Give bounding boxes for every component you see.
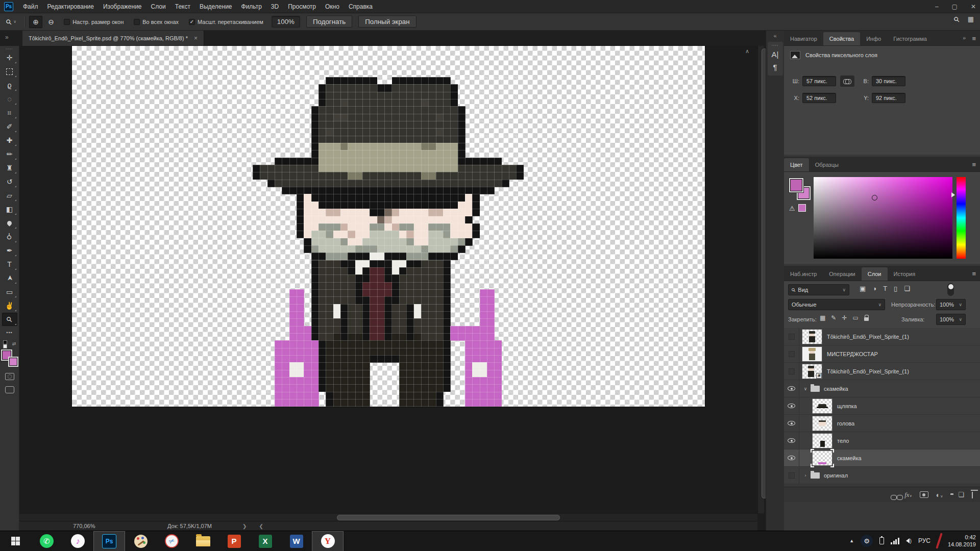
horizontal-scrollbar-thumb[interactable]: [337, 515, 559, 520]
layers-tabs-tab-0[interactable]: Наб.инстр: [784, 267, 823, 281]
layer-thumbnail[interactable]: [802, 347, 822, 361]
tab-overflow-icon[interactable]: »: [5, 34, 8, 41]
adjustment-icon[interactable]: ◐∨: [936, 491, 943, 499]
visibility-empty-well[interactable]: [789, 472, 795, 479]
visibility-cell[interactable]: [784, 397, 799, 415]
gamut-warning-icon[interactable]: ⚠: [789, 205, 795, 212]
y-field[interactable]: 92 пикс.: [872, 93, 905, 103]
option-checkbox-1[interactable]: Во всех окнах: [134, 19, 179, 25]
collapse-chevron-icon[interactable]: ∧: [745, 48, 749, 55]
menu-item-4[interactable]: Текст: [170, 0, 195, 13]
menu-item-2[interactable]: Изображение: [99, 0, 146, 13]
visibility-cell[interactable]: [784, 467, 799, 484]
adjustment-filter-icon[interactable]: ◑: [872, 285, 876, 292]
eye-icon[interactable]: [788, 438, 795, 443]
menu-item-0[interactable]: Файл: [18, 0, 43, 13]
shape-filter-icon[interactable]: ▯: [894, 285, 897, 292]
menu-item-1[interactable]: Редактирование: [43, 0, 99, 13]
opacity-field[interactable]: 100% ∨: [936, 299, 966, 310]
swap-colors-icon[interactable]: ⇄: [12, 341, 16, 346]
paint-bucket-tool[interactable]: ◧: [2, 203, 17, 216]
group-caret-icon[interactable]: ›: [801, 473, 810, 478]
prop-tabs-tab-0[interactable]: Навигатор: [784, 32, 823, 45]
layer-thumbnail[interactable]: [813, 451, 832, 465]
crop-tool[interactable]: ⌗: [2, 106, 17, 119]
pencil-tool[interactable]: ✏: [2, 147, 17, 161]
group-caret-icon[interactable]: ∨: [801, 386, 810, 391]
menu-item-7[interactable]: 3D: [266, 0, 283, 13]
workspace-icon[interactable]: ▦: [968, 15, 974, 23]
menu-item-9[interactable]: Окно: [321, 0, 344, 13]
menu-item-8[interactable]: Просмотр: [283, 0, 321, 13]
layer-thumbnail[interactable]: [813, 399, 832, 413]
visibility-cell[interactable]: [784, 415, 799, 432]
panel-menu-icon[interactable]: ≡: [972, 161, 976, 168]
smart-object-filter-icon[interactable]: ❏: [904, 285, 910, 292]
layers-tabs-tab-3[interactable]: История: [888, 267, 922, 281]
panel-expand-icon[interactable]: »: [963, 35, 966, 41]
height-field[interactable]: 30 пикс.: [872, 76, 905, 86]
collapse-panels-icon[interactable]: «: [766, 31, 784, 39]
taskbar-itunes[interactable]: ♪: [62, 531, 93, 551]
lock-position-icon[interactable]: ✛: [842, 314, 847, 321]
layers-tabs-tab-1[interactable]: Операции: [823, 267, 861, 281]
visibility-cell[interactable]: [784, 345, 799, 363]
lock-transparency-icon[interactable]: ▦: [820, 314, 825, 321]
panel-menu-icon[interactable]: ≡: [972, 35, 976, 42]
close-button[interactable]: ✕: [971, 3, 976, 10]
zoom-tool[interactable]: ⚲: [2, 313, 17, 326]
mask-icon[interactable]: [920, 491, 928, 498]
document-canvas[interactable]: [72, 46, 705, 407]
visibility-empty-well[interactable]: [789, 334, 795, 340]
default-colors-control[interactable]: ⇄: [0, 340, 19, 347]
minimize-button[interactable]: –: [935, 3, 939, 10]
checkbox-icon[interactable]: [134, 19, 140, 25]
marquee-tool[interactable]: [2, 65, 17, 78]
saturation-brightness-field[interactable]: [814, 177, 952, 259]
status-doc-size[interactable]: Док: 57,5K/1,07M: [167, 523, 212, 529]
zoom-out-button[interactable]: ⊖: [44, 16, 58, 28]
status-next-icon[interactable]: ❯: [242, 523, 247, 529]
taskbar-powerpoint[interactable]: P: [218, 531, 250, 551]
eye-icon[interactable]: [788, 421, 795, 425]
link-dimensions-button[interactable]: [840, 76, 854, 87]
layer-row-3[interactable]: ∨скамейка: [784, 380, 980, 397]
option-checkbox-0[interactable]: Настр. размер окон: [64, 19, 124, 25]
options-button-0[interactable]: Подогнать: [306, 16, 352, 28]
checkbox-icon[interactable]: [64, 19, 70, 25]
color-picker-marker[interactable]: [872, 195, 877, 201]
status-zoom-level[interactable]: 770,06%: [73, 523, 129, 529]
pen-tool[interactable]: ✒: [2, 244, 17, 257]
fill-field[interactable]: 100% ∨: [936, 314, 966, 325]
hue-ramp[interactable]: [957, 177, 966, 259]
layer-thumbnail[interactable]: [802, 330, 822, 344]
zoom-in-button[interactable]: ⊕: [29, 16, 42, 28]
hand-tool[interactable]: ✌: [2, 299, 17, 312]
vertical-scrollbar[interactable]: [757, 46, 764, 513]
eye-icon[interactable]: [788, 456, 795, 460]
steam-icon[interactable]: ⚙: [861, 535, 873, 547]
visibility-cell[interactable]: [784, 449, 799, 467]
history-brush-tool[interactable]: ↺: [2, 175, 17, 188]
fx-icon[interactable]: fx∨: [904, 491, 912, 499]
eyedropper-tool[interactable]: ✐: [2, 120, 17, 133]
layer-row-6[interactable]: тело: [784, 432, 980, 449]
layer-thumbnail[interactable]: ▣: [802, 364, 822, 379]
lock-all-icon[interactable]: [864, 317, 869, 321]
panel-menu-icon[interactable]: ≡: [972, 270, 976, 278]
battery-icon[interactable]: [879, 537, 884, 544]
paragraph-panel-button[interactable]: ¶: [768, 60, 783, 72]
x-field[interactable]: 52 пикс.: [802, 93, 836, 103]
eye-icon[interactable]: [788, 404, 795, 408]
layer-filter-toggle[interactable]: [947, 283, 954, 296]
layer-filter-select[interactable]: ⚲ Вид ∨: [788, 284, 849, 295]
move-tool[interactable]: ✛: [2, 51, 17, 64]
rectangle-tool[interactable]: ▭: [2, 285, 17, 298]
path-selection-tool[interactable]: ➤: [2, 271, 17, 285]
healing-brush-tool[interactable]: ✚: [2, 134, 17, 147]
layer-row-7[interactable]: скамейка: [784, 449, 980, 467]
current-tool-icon[interactable]: ⚲ ∨: [6, 18, 16, 26]
checkbox-icon[interactable]: ✓: [189, 19, 195, 25]
tab-close-icon[interactable]: ×: [194, 35, 198, 42]
lock-image-icon[interactable]: ✎: [831, 314, 836, 321]
